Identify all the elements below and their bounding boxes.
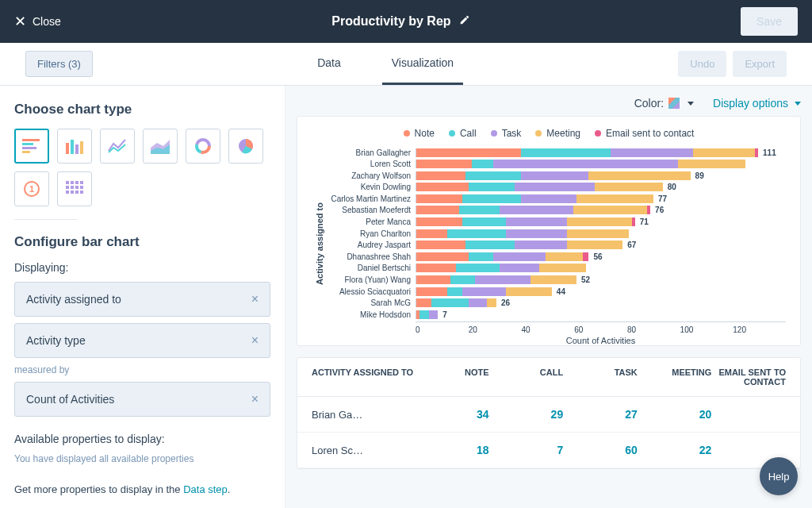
legend-meeting[interactable]: Meeting bbox=[535, 128, 580, 139]
svg-text:1: 1 bbox=[29, 184, 34, 194]
th-task[interactable]: TASK bbox=[563, 368, 638, 387]
bar-segment bbox=[611, 148, 694, 157]
help-button[interactable]: Help bbox=[760, 457, 798, 495]
td-value[interactable]: 60 bbox=[563, 444, 638, 456]
svg-rect-24 bbox=[66, 190, 69, 194]
svg-rect-27 bbox=[80, 190, 83, 194]
bar-row[interactable]: Flora (Yuan) Wang52 bbox=[324, 275, 786, 286]
svg-rect-2 bbox=[22, 147, 36, 149]
chart-type-area[interactable] bbox=[143, 129, 178, 164]
remove-icon[interactable]: × bbox=[251, 333, 259, 348]
bar-row[interactable]: Audrey Jaspart67 bbox=[324, 240, 786, 251]
bar-segment bbox=[431, 298, 469, 307]
bar-label: Brian Gallagher bbox=[324, 148, 416, 157]
chart-card: Note Call Task Meeting Email sent to con… bbox=[297, 116, 801, 346]
chart-type-pie[interactable] bbox=[228, 129, 263, 164]
chart-type-vbar[interactable] bbox=[57, 129, 92, 164]
table-row[interactable]: Brian Ga…34292720 bbox=[297, 397, 800, 433]
legend-email[interactable]: Email sent to contact bbox=[595, 128, 694, 139]
td-value[interactable]: 29 bbox=[489, 408, 564, 421]
bar-segment bbox=[416, 252, 469, 261]
y-axis-label: Activity assigned to bbox=[312, 202, 324, 285]
bar-value: 7 bbox=[442, 310, 447, 319]
bar-label: Sarah McG bbox=[324, 298, 416, 307]
undo-button[interactable]: Undo bbox=[678, 51, 726, 77]
bar-segment bbox=[506, 217, 568, 226]
bar-row[interactable]: Kevin Dowling80 bbox=[324, 182, 786, 193]
bar-row[interactable]: Zachary Wolfson89 bbox=[324, 170, 786, 181]
chart-type-donut[interactable] bbox=[186, 129, 220, 164]
svg-rect-19 bbox=[80, 181, 83, 184]
bar-segment bbox=[493, 252, 546, 261]
chart-type-table[interactable] bbox=[57, 171, 92, 206]
x-tick: 120 bbox=[733, 325, 786, 334]
x-tick: 40 bbox=[521, 325, 574, 334]
color-dropdown[interactable]: Color: bbox=[634, 97, 694, 110]
bar-row[interactable]: Dhanashree Shah56 bbox=[324, 251, 786, 262]
legend-task[interactable]: Task bbox=[491, 128, 522, 139]
bar-segment bbox=[506, 287, 552, 296]
td-value[interactable]: 27 bbox=[563, 408, 638, 421]
bar-segment bbox=[567, 217, 632, 226]
bar-segment bbox=[567, 229, 629, 238]
bar-segment bbox=[416, 264, 456, 272]
data-table: ACTIVITY ASSIGNED TO NOTE CALL TASK MEET… bbox=[297, 357, 801, 469]
th-call[interactable]: CALL bbox=[489, 368, 564, 387]
edit-icon[interactable] bbox=[459, 14, 470, 29]
th-assigned[interactable]: ACTIVITY ASSIGNED TO bbox=[312, 368, 415, 387]
td-value[interactable]: 34 bbox=[415, 408, 489, 421]
bar-row[interactable]: Loren Scott bbox=[324, 159, 786, 170]
bar-segment bbox=[416, 160, 472, 168]
close-button[interactable]: ✕ Close bbox=[14, 13, 61, 30]
td-value[interactable]: 22 bbox=[638, 444, 712, 456]
legend-dot-icon bbox=[595, 130, 601, 137]
td-value[interactable]: 20 bbox=[638, 408, 712, 421]
tab-visualization[interactable]: Visualization bbox=[382, 43, 463, 85]
bar-label: Carlos Martin Martinez bbox=[324, 194, 416, 203]
bar-row[interactable]: Carlos Martin Martinez77 bbox=[324, 193, 786, 204]
th-meeting[interactable]: MEETING bbox=[638, 368, 712, 387]
chart-type-hbar[interactable] bbox=[14, 129, 49, 164]
chart-legend: Note Call Task Meeting Email sent to con… bbox=[312, 128, 786, 139]
bar-label: Zachary Wolfson bbox=[324, 171, 416, 180]
bar-segment bbox=[465, 241, 515, 249]
th-email[interactable]: EMAIL SENT TO CONTACT bbox=[711, 368, 786, 387]
bar-value: 76 bbox=[655, 206, 664, 214]
remove-icon[interactable]: × bbox=[251, 292, 259, 306]
bar-segment bbox=[546, 252, 583, 261]
bar-row[interactable]: Sebastian Moeferdt76 bbox=[324, 205, 786, 216]
legend-note[interactable]: Note bbox=[404, 128, 435, 139]
filters-button[interactable]: Filters (3) bbox=[25, 51, 93, 77]
bar-segment bbox=[693, 148, 755, 157]
save-button[interactable]: Save bbox=[741, 7, 798, 36]
display-options-dropdown[interactable]: Display options bbox=[713, 97, 801, 110]
bar-row[interactable]: Alessio Sciacquatori44 bbox=[324, 286, 786, 297]
bar-segment bbox=[521, 194, 576, 203]
pill-activity-type[interactable]: Activity type × bbox=[14, 323, 270, 358]
bar-row[interactable]: Brian Gallagher111 bbox=[324, 147, 786, 158]
bar-segment bbox=[462, 194, 521, 203]
bar-row[interactable]: Mike Hodsdon7 bbox=[324, 309, 786, 320]
pill-label: Activity assigned to bbox=[26, 293, 121, 306]
bar-segment bbox=[447, 287, 462, 296]
pill-activity-assigned[interactable]: Activity assigned to × bbox=[14, 282, 270, 317]
export-button[interactable]: Export bbox=[733, 51, 787, 77]
th-note[interactable]: NOTE bbox=[415, 368, 489, 387]
bar-row[interactable]: Sarah McG26 bbox=[324, 298, 786, 309]
remove-icon[interactable]: × bbox=[251, 392, 259, 406]
td-value[interactable]: 18 bbox=[415, 444, 489, 456]
bar-segment bbox=[469, 252, 493, 261]
chart-type-summary[interactable]: 1 bbox=[14, 171, 49, 206]
bar-row[interactable]: Peter Manca71 bbox=[324, 217, 786, 228]
bar-segment bbox=[429, 310, 439, 319]
bar-row[interactable]: Ryan Charlton bbox=[324, 228, 786, 239]
table-row[interactable]: Loren Sc…1876022 bbox=[297, 433, 800, 468]
data-step-link[interactable]: Data step bbox=[183, 483, 228, 495]
bar-row[interactable]: Daniel Bertschi bbox=[324, 263, 786, 274]
tab-data[interactable]: Data bbox=[308, 43, 350, 85]
chart-type-line[interactable] bbox=[100, 129, 135, 164]
td-value[interactable]: 7 bbox=[489, 444, 564, 456]
bar-label: Flora (Yuan) Wang bbox=[324, 275, 416, 284]
pill-count-activities[interactable]: Count of Activities × bbox=[14, 382, 270, 417]
legend-call[interactable]: Call bbox=[449, 128, 477, 139]
